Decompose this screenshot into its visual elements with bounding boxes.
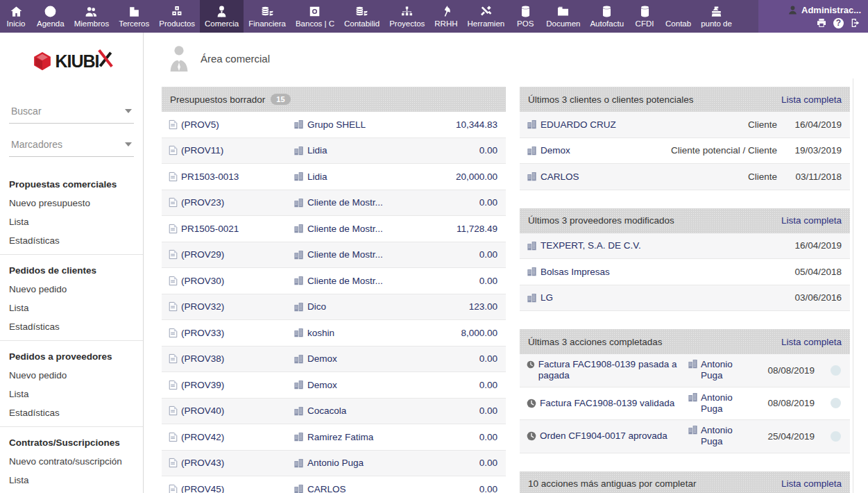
nav-item-proyectos[interactable]: Proyectos	[384, 0, 429, 33]
company-link[interactable]: Dico	[307, 301, 326, 312]
document-icon	[169, 249, 178, 260]
nav-item-punto-de-venta[interactable]: punto de	[696, 0, 737, 33]
full-list-link[interactable]: Lista completa	[781, 478, 842, 489]
client-row: CARLOSCliente03/11/2018	[520, 164, 850, 190]
tools-icon	[479, 3, 493, 18]
sidebar-item-nuevo-pedido[interactable]: Nuevo pedido	[9, 370, 134, 381]
proposal-ref-link[interactable]: (PROV5)	[181, 119, 219, 130]
client-link[interactable]: CARLOS	[541, 172, 579, 182]
action-user-link[interactable]: Antonio Puga	[701, 392, 754, 415]
nav-item-rrhh[interactable]: RRHH	[429, 0, 462, 33]
company-link[interactable]: Cliente de Mostr...	[307, 224, 383, 234]
proposal-ref-link[interactable]: (PROV29)	[181, 249, 224, 260]
nav-item-cfdi[interactable]: CFDI	[629, 0, 661, 33]
logout-icon[interactable]	[850, 17, 861, 28]
sidebar-item-lista[interactable]: Lista	[9, 217, 134, 227]
supplier-link[interactable]: TEXPERT, S.A. DE C.V.	[541, 240, 641, 251]
supplier-link[interactable]: LG	[541, 292, 553, 303]
company-icon	[527, 119, 537, 129]
search-dropdown[interactable]: Buscar	[9, 102, 134, 124]
client-link[interactable]: Demox	[541, 145, 570, 156]
company-link[interactable]: Grupo SHELL	[307, 119, 366, 130]
nav-item-productos[interactable]: Productos	[154, 0, 200, 33]
company-link[interactable]: Demox	[307, 380, 337, 390]
nav-item-financiera[interactable]: Financiera	[244, 0, 291, 33]
proposal-ref-link[interactable]: PR1505-0021	[181, 224, 239, 234]
proposal-ref-link[interactable]: (PROV40)	[181, 406, 224, 416]
sidebar-item-nuevo-pedido[interactable]: Nuevo pedido	[9, 284, 134, 294]
nav-item-bancos[interactable]: Bancos | C	[291, 0, 339, 33]
date: 16/04/2019	[777, 240, 850, 251]
sidebar-item-lista[interactable]: Lista	[9, 475, 134, 485]
company-link[interactable]: Lidia	[307, 145, 327, 156]
cubes-icon	[171, 3, 184, 18]
document-icon	[169, 484, 178, 493]
company-link[interactable]: Antonio Puga	[307, 458, 364, 468]
proposal-ref-link[interactable]: (PROV23)	[181, 197, 224, 208]
company-icon	[293, 250, 304, 260]
proposal-ref-link[interactable]: (PROV32)	[181, 301, 224, 312]
sidebar-item-estadisticas[interactable]: Estadísticas	[9, 408, 134, 418]
top-navigation: Inicio Agenda Miembros Terceros Producto…	[0, 0, 737, 33]
supplier-link[interactable]: Bolsas Impresas	[541, 267, 610, 277]
proposal-ref-link[interactable]: (PROV45)	[181, 484, 224, 493]
nav-item-inicio[interactable]: Inicio	[0, 0, 32, 33]
help-icon[interactable]: ?	[833, 18, 844, 28]
client-link[interactable]: EDUARDO CRUZ	[541, 119, 616, 130]
proposal-ref-link[interactable]: (PROV38)	[181, 353, 224, 364]
nav-item-comercial[interactable]: Comercia	[200, 0, 244, 33]
users-icon	[85, 3, 98, 18]
proposal-ref-link[interactable]: (PROV43)	[181, 458, 224, 468]
full-list-link[interactable]: Lista completa	[781, 215, 842, 226]
proposal-ref-link[interactable]: (PROV30)	[181, 276, 224, 286]
company-link[interactable]: Cliente de Mostr...	[307, 197, 383, 208]
full-list-link[interactable]: Lista completa	[781, 337, 842, 347]
action-link[interactable]: Factura FAC1908-0139 validada	[540, 398, 674, 409]
client-type: Cliente	[635, 119, 777, 130]
company-link[interactable]: Cocacola	[307, 406, 346, 416]
company-link[interactable]: koshin	[307, 328, 334, 338]
nav-item-pos[interactable]: POS	[509, 0, 541, 33]
sidebar-item-estadisticas[interactable]: Estadísticas	[9, 321, 134, 332]
nav-item-contab[interactable]: Contab	[661, 0, 696, 33]
nav-item-terceros[interactable]: Terceros	[114, 0, 154, 33]
kiubix-logo[interactable]: KIUBI	[0, 51, 143, 72]
nav-item-autofactura[interactable]: Autofactu	[585, 0, 629, 33]
proposal-ref-link[interactable]: (PROV33)	[181, 328, 224, 338]
sidebar-item-lista[interactable]: Lista	[9, 389, 134, 399]
date: 05/04/2018	[777, 267, 850, 277]
sidebar-item-estadisticas[interactable]: Estadísticas	[9, 235, 134, 246]
proposal-ref-link[interactable]: (PROV11)	[181, 145, 223, 156]
proposal-ref-link[interactable]: (PROV39)	[181, 380, 224, 390]
nav-item-documentos[interactable]: Documen	[541, 0, 585, 33]
bookmarks-dropdown[interactable]: Marcadores	[9, 135, 134, 157]
company-link[interactable]: Cliente de Mostr...	[307, 249, 383, 260]
company-link[interactable]: Cliente de Mostr...	[307, 276, 383, 286]
nav-item-contabilidad[interactable]: Contabilid	[339, 0, 384, 33]
printer-icon[interactable]	[816, 17, 827, 28]
amount: 0.00	[429, 406, 506, 416]
sidebar-item-nuevo-contrato[interactable]: Nuevo contrato/suscripción	[9, 456, 134, 467]
full-list-link[interactable]: Lista completa	[781, 94, 842, 105]
action-link[interactable]: Orden CF1904-0017 aprovada	[540, 431, 667, 442]
company-link[interactable]: Ramirez Fatima	[307, 432, 373, 442]
action-user-link[interactable]: Antonio Puga	[701, 359, 754, 381]
user-menu[interactable]: Administrac...	[788, 5, 861, 15]
company-link[interactable]: Lidia	[307, 172, 327, 182]
action-row: Factura FAC1908-0139 pasada a pagada Ant…	[520, 354, 850, 387]
action-user-link[interactable]: Antonio Puga	[701, 425, 754, 447]
sidebar-item-nuevo-presupuesto[interactable]: Nuevo presupuesto	[9, 198, 134, 208]
sidebar-item-lista[interactable]: Lista	[9, 303, 134, 313]
amount: 0.00	[429, 276, 506, 286]
nav-item-herramientas[interactable]: Herramien	[463, 0, 510, 33]
nav-item-miembros[interactable]: Miembros	[69, 0, 114, 33]
proposal-ref-link[interactable]: (PROV42)	[181, 432, 224, 442]
company-link[interactable]: CARLOS	[307, 484, 346, 493]
company-link[interactable]: Demox	[307, 353, 337, 364]
date: 19/03/2019	[777, 145, 850, 156]
cylinder-icon	[638, 3, 652, 18]
action-link[interactable]: Factura FAC1908-0139 pasada a pagada	[538, 359, 683, 381]
nav-item-agenda[interactable]: Agenda	[32, 0, 69, 33]
proposal-ref-link[interactable]: PR1503-0013	[181, 172, 239, 182]
company-icon	[293, 458, 304, 468]
